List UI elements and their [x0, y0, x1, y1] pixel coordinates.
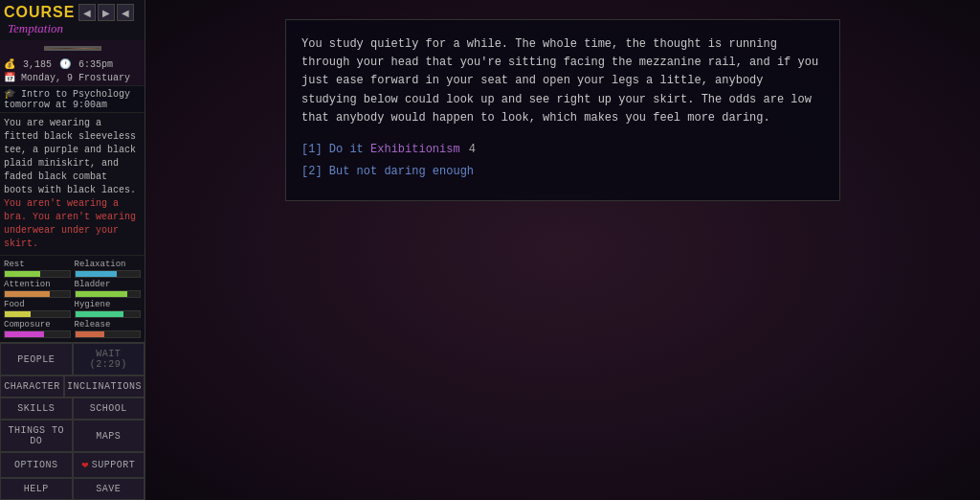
stat-rest-bar-bg — [4, 270, 71, 278]
stats-row: 💰 3,185 🕐 6:35pm — [0, 57, 145, 72]
help-button[interactable]: HELP — [0, 478, 73, 500]
stat-bladder: Bladder — [75, 280, 142, 298]
nav-back-button[interactable]: ◀ — [78, 4, 96, 21]
school-button[interactable]: SCHOOL — [73, 398, 145, 420]
stat-attention-label: Attention — [4, 280, 71, 289]
btn-row-2: CHARACTER INCLINATIONS — [0, 375, 145, 398]
stat-relaxation-bar-fill — [76, 271, 118, 277]
stat-composure-label: Composure — [4, 320, 71, 330]
game-subtitle: Temptation — [8, 21, 141, 36]
stat-bladder-bar-bg — [75, 290, 142, 298]
date-value: Monday, 9 Frostuary — [21, 73, 130, 83]
nav-close-button[interactable]: ◀ — [117, 4, 134, 21]
stat-release-bar-fill — [76, 331, 104, 337]
choice-1-value: 4 — [469, 143, 476, 156]
choice-2-number: [2] — [301, 165, 329, 178]
stat-hygiene-bar-fill — [76, 311, 124, 317]
stat-attention-bar-fill — [5, 291, 50, 297]
wait-button[interactable]: WAIT (2:29) — [73, 343, 145, 375]
nav-forward-button[interactable]: ▶ — [98, 4, 115, 21]
stat-attention-bar-bg — [4, 290, 71, 298]
choice-1[interactable]: [1] Do it Exhibitionism 4 — [301, 141, 824, 159]
stat-composure-bar-fill — [5, 331, 44, 337]
character-button[interactable]: CHARACTER — [0, 375, 64, 398]
skills-button[interactable]: SKILLS — [0, 398, 73, 420]
money-icon: 💰 — [4, 58, 15, 70]
support-button[interactable]: ❤ SUPPORT — [73, 452, 145, 478]
stat-attention: Attention — [4, 280, 71, 298]
main-content: You study quietly for a while. The whole… — [145, 0, 980, 500]
support-label: SUPPORT — [92, 460, 136, 470]
choice-1-number: [1] — [301, 143, 329, 156]
choice-2[interactable]: [2] But not daring enough — [301, 163, 824, 181]
time-value: 6:35pm — [78, 59, 113, 70]
stat-release-bar-bg — [75, 330, 142, 338]
things-to-do-button[interactable]: THINGS TO DO — [0, 420, 73, 452]
stat-bladder-bar-fill — [76, 291, 127, 297]
stat-hygiene-label: Hygiene — [75, 300, 142, 309]
title-nav: COURSE ◀ ▶ ◀ — [4, 4, 141, 21]
stats-bars: Rest Relaxation Attention Bladder Food H… — [0, 255, 145, 342]
stat-bladder-label: Bladder — [75, 280, 142, 289]
stat-food-label: Food — [4, 300, 71, 309]
event-row: 🎓 Intro to Psychology tomorrow at 9:00am — [0, 85, 145, 112]
inclinations-button[interactable]: INCLINATIONS — [64, 375, 145, 398]
choice-2-label: But not daring enough — [329, 165, 474, 178]
stat-composure: Composure — [4, 320, 71, 338]
sidebar: COURSE ◀ ▶ ◀ Temptation 💰 3,185 🕐 6:35pm… — [0, 0, 145, 500]
clothing-warning: You aren't wearing a bra. You aren't wea… — [4, 198, 136, 249]
stat-rest-label: Rest — [4, 260, 71, 269]
character-portrait — [44, 46, 101, 51]
story-panel: You study quietly for a while. The whole… — [285, 19, 840, 201]
stat-hygiene-bar-bg — [75, 310, 142, 318]
save-button[interactable]: SAVE — [73, 478, 145, 500]
btn-row-3: SKILLS SCHOOL — [0, 398, 145, 420]
choices-list: [1] Do it Exhibitionism 4 [2] But not da… — [301, 141, 824, 181]
stat-food-bar-bg — [4, 310, 71, 318]
stat-relaxation: Relaxation — [75, 260, 142, 278]
choice-1-label: Do it — [329, 143, 370, 156]
stat-composure-bar-bg — [4, 330, 71, 338]
event-icon: 🎓 — [4, 89, 15, 100]
stat-food: Food — [4, 300, 71, 318]
btn-row-1: PEOPLE WAIT (2:29) — [0, 343, 145, 375]
stat-release: Release — [75, 320, 142, 338]
stat-food-bar-fill — [5, 311, 31, 317]
portrait-image — [46, 48, 100, 49]
bottom-buttons: PEOPLE WAIT (2:29) CHARACTER INCLINATION… — [0, 342, 145, 500]
calendar-icon: 📅 — [4, 73, 15, 83]
stat-hygiene: Hygiene — [75, 300, 142, 318]
game-title: COURSE — [4, 4, 75, 21]
stat-relaxation-bar-bg — [75, 270, 142, 278]
heart-icon: ❤ — [81, 458, 89, 472]
stat-release-label: Release — [75, 320, 142, 330]
date-row: 📅 Monday, 9 Frostuary — [0, 72, 145, 85]
stat-rest-bar-fill — [5, 271, 40, 277]
event-text: Intro to Psychology tomorrow at 9:00am — [4, 89, 130, 110]
money-value: 3,185 — [23, 59, 52, 70]
sidebar-top: COURSE ◀ ▶ ◀ Temptation — [0, 0, 145, 40]
choice-1-tag: Exhibitionism — [370, 143, 467, 156]
story-text: You study quietly for a while. The whole… — [301, 35, 824, 127]
people-button[interactable]: PEOPLE — [0, 343, 73, 375]
stat-relaxation-label: Relaxation — [75, 260, 142, 269]
clock-icon: 🕐 — [59, 58, 71, 70]
btn-row-6: HELP SAVE — [0, 478, 145, 500]
btn-row-4: THINGS TO DO MAPS — [0, 420, 145, 452]
options-button[interactable]: OPTIONS — [0, 452, 73, 478]
maps-button[interactable]: MAPS — [73, 420, 145, 452]
clothing-description: You are wearing a fitted black sleeveles… — [0, 112, 145, 255]
stat-rest: Rest — [4, 260, 71, 278]
clothing-main: You are wearing a fitted black sleeveles… — [4, 118, 136, 195]
btn-row-5: OPTIONS ❤ SUPPORT — [0, 452, 145, 478]
